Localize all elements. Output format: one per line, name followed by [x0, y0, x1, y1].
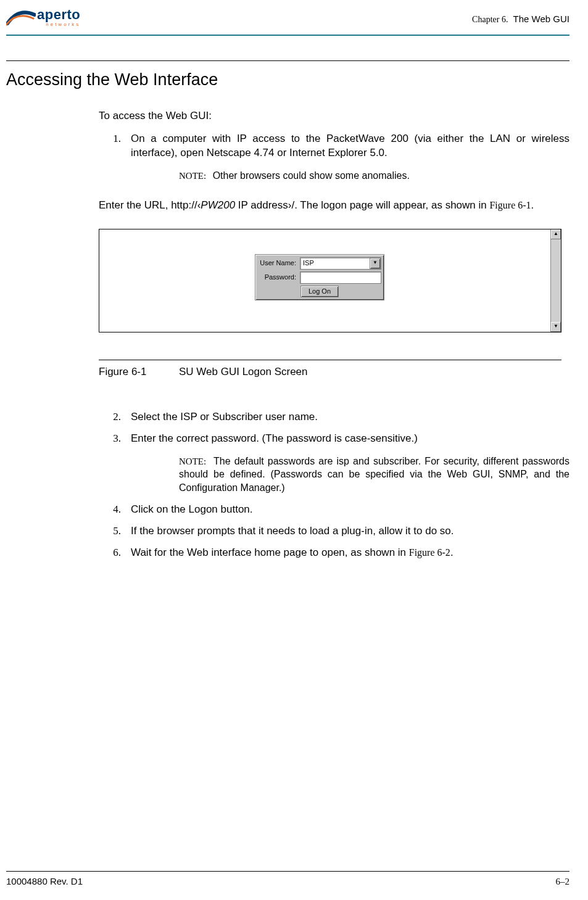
logo-icon — [6, 6, 36, 28]
scroll-up-icon[interactable]: ▲ — [551, 229, 561, 239]
content-block: To access the Web GUI: 1. On a computer … — [99, 109, 569, 212]
list-item: 4. Click on the Logon button. — [99, 503, 569, 517]
figure-ref-6-1: Figure 6-1 — [489, 200, 531, 210]
step-text: Wait for the Web interface home page to … — [131, 546, 569, 560]
list-item: 1. On a computer with IP access to the P… — [99, 132, 569, 160]
scrollbar[interactable]: ▲ ▼ — [550, 229, 561, 332]
note-1: NOTE: Other browsers could show some ano… — [179, 169, 569, 183]
chevron-down-icon[interactable]: ▼ — [370, 258, 381, 269]
steps-list-b: 2. Select the ISP or Subscriber user nam… — [99, 410, 569, 446]
note-2: NOTE: The default passwords are isp and … — [179, 455, 569, 495]
figure-number: Figure 6-1 — [99, 365, 179, 379]
note-label: NOTE: — [179, 456, 206, 466]
figure-6-1: ▲ ▼ User Name: ISP ▼ Password: Log On — [99, 229, 569, 379]
section-title: Accessing the Web Interface — [6, 68, 569, 91]
enter-url-paragraph: Enter the URL, http://‹PW200 IP address›… — [99, 199, 569, 213]
step-text: On a computer with IP access to the Pack… — [131, 132, 569, 160]
steps-list-c: 4. Click on the Logon button. 5. If the … — [99, 503, 569, 560]
list-item: 2. Select the ISP or Subscriber user nam… — [99, 410, 569, 424]
user-name-value: ISP — [303, 258, 314, 268]
page-number: 6–2 — [556, 875, 570, 888]
step-text: Click on the Logon button. — [131, 503, 569, 517]
step-number: 1. — [99, 132, 131, 160]
logon-button[interactable]: Log On — [300, 286, 339, 297]
page: aperto networks Chapter 6. The Web GUI A… — [0, 0, 588, 900]
step-text: Select the ISP or Subscriber user name. — [131, 410, 569, 424]
note-text: Other browsers could show some anomalies… — [213, 170, 410, 181]
header-divider — [6, 35, 569, 36]
figure-caption-text: SU Web GUI Logon Screen — [179, 365, 308, 379]
figure-frame: ▲ ▼ User Name: ISP ▼ Password: Log On — [99, 229, 561, 332]
chapter-title: The Web GUI — [513, 14, 569, 24]
step-number: 2. — [99, 410, 131, 424]
chapter-info: Chapter 6. The Web GUI — [472, 13, 569, 28]
logo-main-text: aperto — [37, 8, 80, 22]
figure-caption: Figure 6-1 SU Web GUI Logon Screen — [99, 365, 569, 379]
page-footer: 10004880 Rev. D1 6–2 — [6, 865, 569, 888]
step-text: If the browser prompts that it needs to … — [131, 524, 569, 539]
doc-id: 10004880 Rev. D1 — [6, 875, 83, 888]
step-number: 5. — [99, 524, 131, 539]
login-panel: User Name: ISP ▼ Password: Log On — [255, 254, 384, 300]
user-name-select[interactable]: ISP ▼ — [300, 257, 381, 270]
footer-divider — [6, 871, 569, 872]
password-label: Password: — [258, 273, 300, 282]
list-item: 6. Wait for the Web interface home page … — [99, 546, 569, 560]
note-label: NOTE: — [179, 171, 206, 181]
figure-divider — [99, 360, 561, 360]
content-block-2: 2. Select the ISP or Subscriber user nam… — [99, 410, 569, 560]
login-row-user: User Name: ISP ▼ — [258, 257, 381, 270]
intro-text: To access the Web GUI: — [99, 109, 569, 123]
scroll-down-icon[interactable]: ▼ — [551, 322, 561, 332]
list-item: 5. If the browser prompts that it needs … — [99, 524, 569, 539]
list-item: 3. Enter the correct password. (The pass… — [99, 432, 569, 446]
step-number: 3. — [99, 432, 131, 446]
step-number: 4. — [99, 503, 131, 517]
figure-ref-6-2: Figure 6-2 — [409, 547, 450, 558]
step-text: Enter the correct password. (The passwor… — [131, 432, 569, 446]
note-text: The default passwords are isp and subscr… — [179, 456, 569, 493]
logo-sub-text: networks — [37, 22, 80, 27]
password-input[interactable] — [300, 271, 381, 284]
page-header: aperto networks Chapter 6. The Web GUI — [6, 6, 569, 32]
login-row-pass: Password: — [258, 271, 381, 284]
user-name-label: User Name: — [258, 258, 300, 268]
chapter-number: Chapter 6. — [472, 15, 508, 24]
logo: aperto networks — [6, 6, 80, 28]
step-number: 6. — [99, 546, 131, 560]
section-divider-top — [6, 60, 569, 61]
steps-list-a: 1. On a computer with IP access to the P… — [99, 132, 569, 160]
